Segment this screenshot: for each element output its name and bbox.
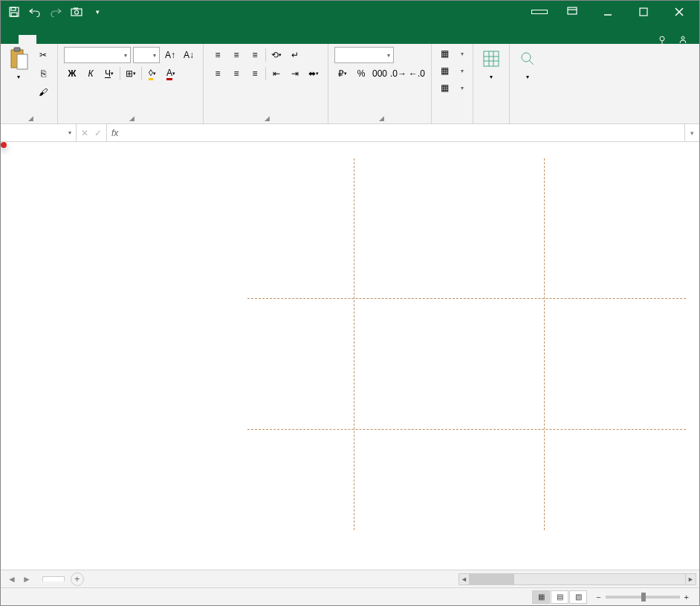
- redo-icon[interactable]: [47, 3, 65, 21]
- tab-home[interactable]: [19, 35, 36, 44]
- status-bar: ▦ ▤ ▧ − +: [1, 587, 699, 605]
- align-right-icon[interactable]: ≡: [247, 65, 263, 82]
- sheet-tab-bar: ◄ ► + ◄►: [1, 570, 699, 587]
- format-table-icon: ▦: [441, 65, 449, 76]
- tab-view[interactable]: [126, 35, 143, 44]
- fx-icon[interactable]: fx: [107, 124, 123, 141]
- align-bottom-icon[interactable]: ≡: [247, 47, 263, 63]
- tab-data[interactable]: [90, 35, 108, 44]
- share-button[interactable]: [678, 35, 690, 44]
- cut-icon[interactable]: ✂: [35, 47, 51, 63]
- zoom-out-icon[interactable]: −: [596, 593, 600, 602]
- increase-indent-icon[interactable]: ⇥: [287, 65, 303, 82]
- svg-rect-6: [568, 7, 577, 14]
- number-format-combo[interactable]: ▾: [334, 47, 394, 63]
- zoom-slider[interactable]: [606, 596, 680, 599]
- formula-bar: ▾ ✕ ✓ fx ▾: [1, 124, 699, 142]
- tab-help[interactable]: [143, 35, 161, 44]
- sheet-tab[interactable]: [42, 576, 65, 581]
- page-break-line: [247, 298, 686, 299]
- copy-icon[interactable]: ⎘: [35, 65, 51, 82]
- normal-view-icon[interactable]: ▦: [532, 590, 550, 604]
- currency-icon[interactable]: ₽▾: [334, 65, 351, 82]
- format-as-table-button[interactable]: ▦▾: [438, 64, 467, 77]
- tab-page-layout[interactable]: [54, 35, 72, 44]
- page-break-view-icon[interactable]: ▧: [569, 590, 587, 604]
- tell-me[interactable]: [658, 35, 670, 44]
- save-icon[interactable]: [5, 3, 23, 21]
- conditional-formatting-button[interactable]: ▦▾: [438, 47, 467, 60]
- svg-rect-1: [11, 7, 16, 10]
- svg-rect-3: [71, 9, 82, 16]
- editing-button[interactable]: ▾: [516, 47, 539, 80]
- name-box[interactable]: ▾: [1, 124, 77, 141]
- svg-point-9: [681, 36, 684, 39]
- horizontal-scrollbar[interactable]: ◄►: [458, 573, 696, 585]
- ribbon-options-icon[interactable]: [555, 1, 589, 23]
- expand-formula-bar-icon[interactable]: ▾: [684, 124, 699, 141]
- camera-icon[interactable]: [68, 3, 85, 21]
- align-left-icon[interactable]: ≡: [210, 65, 226, 82]
- percent-icon[interactable]: %: [353, 65, 369, 82]
- cancel-formula-icon[interactable]: ✕: [81, 128, 88, 138]
- decrease-decimal-icon[interactable]: ←.0: [409, 65, 425, 82]
- cell-styles-icon: ▦: [441, 83, 449, 93]
- wrap-text-icon[interactable]: ↵: [287, 47, 303, 63]
- maximize-icon[interactable]: [626, 1, 661, 23]
- ribbon: ▾ ✂ ⎘ 🖌 ◢ ▾ ▾ A↑ A↓ Ж К Ч▾ ⊞▾: [1, 44, 699, 124]
- comma-icon[interactable]: 000: [372, 65, 388, 82]
- orientation-icon[interactable]: ⟲▾: [268, 47, 285, 63]
- decrease-font-icon[interactable]: A↓: [181, 47, 197, 63]
- page-layout-view-icon[interactable]: ▤: [551, 590, 568, 604]
- login-button[interactable]: [531, 10, 548, 14]
- enter-formula-icon[interactable]: ✓: [94, 128, 102, 138]
- svg-rect-2: [11, 13, 17, 16]
- align-middle-icon[interactable]: ≡: [228, 47, 244, 63]
- fill-color-icon[interactable]: ◊▾: [144, 65, 161, 82]
- conditional-formatting-icon: ▦: [441, 48, 449, 59]
- qat-customize-icon[interactable]: ▾: [88, 3, 106, 21]
- tab-formulas[interactable]: [72, 35, 90, 44]
- svg-rect-5: [74, 7, 77, 9]
- clipboard-dialog-icon[interactable]: ◢: [28, 115, 33, 122]
- svg-rect-11: [14, 48, 20, 51]
- close-icon[interactable]: [662, 1, 696, 23]
- svg-point-4: [75, 10, 79, 14]
- undo-icon[interactable]: [26, 3, 44, 21]
- cell-styles-button[interactable]: ▦▾: [438, 81, 467, 94]
- tab-review[interactable]: [108, 35, 126, 44]
- underline-button[interactable]: Ч▾: [101, 65, 117, 82]
- paste-button[interactable]: ▾: [7, 47, 30, 80]
- minimize-icon[interactable]: [591, 1, 625, 23]
- page-break-line: [354, 158, 354, 530]
- format-painter-icon[interactable]: 🖌: [35, 84, 51, 100]
- borders-icon[interactable]: ⊞▾: [123, 65, 139, 82]
- alignment-dialog-icon[interactable]: ◢: [265, 115, 270, 122]
- decrease-indent-icon[interactable]: ⇤: [268, 65, 285, 82]
- merge-icon[interactable]: ⬌▾: [305, 65, 322, 82]
- italic-button[interactable]: К: [82, 65, 99, 82]
- tab-insert[interactable]: [36, 35, 54, 44]
- increase-font-icon[interactable]: A↑: [162, 47, 178, 63]
- bold-button[interactable]: Ж: [64, 65, 80, 82]
- font-color-icon[interactable]: A▾: [163, 65, 179, 82]
- increase-decimal-icon[interactable]: .0→: [390, 65, 406, 82]
- font-name-combo[interactable]: ▾: [64, 47, 131, 63]
- title-bar: ▾: [1, 1, 699, 23]
- sheet-nav-prev-icon[interactable]: ◄: [5, 574, 19, 584]
- align-center-icon[interactable]: ≡: [228, 65, 244, 82]
- formula-input[interactable]: [123, 124, 684, 141]
- new-sheet-icon[interactable]: +: [71, 573, 84, 586]
- sheet-nav-next-icon[interactable]: ►: [20, 574, 33, 584]
- spreadsheet-grid[interactable]: [1, 142, 699, 570]
- align-top-icon[interactable]: ≡: [210, 47, 226, 63]
- font-size-combo[interactable]: ▾: [133, 47, 160, 63]
- svg-point-8: [660, 36, 664, 41]
- font-dialog-icon[interactable]: ◢: [129, 115, 135, 122]
- number-dialog-icon[interactable]: ◢: [379, 115, 384, 122]
- cells-button[interactable]: ▾: [479, 47, 503, 80]
- zoom-in-icon[interactable]: +: [684, 593, 689, 602]
- svg-rect-13: [484, 51, 499, 66]
- page-break-line: [247, 429, 686, 430]
- tab-file[interactable]: [1, 35, 19, 44]
